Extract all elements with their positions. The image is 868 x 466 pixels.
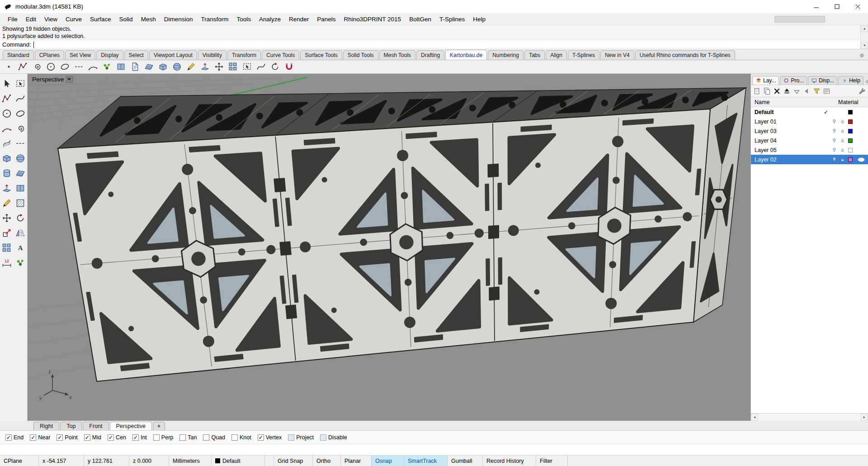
toolbar-tab-transform[interactable]: Transform	[227, 50, 261, 60]
status-z-coordinate[interactable]: z 0.000	[129, 456, 169, 466]
menu-item-mesh[interactable]: Mesh	[137, 13, 160, 25]
filter-icon[interactable]	[812, 87, 821, 95]
layer-color-swatch[interactable]	[846, 148, 854, 152]
menu-item-dimension[interactable]: Dimension	[160, 13, 197, 25]
maximize-button[interactable]	[826, 0, 847, 13]
menu-item-tools[interactable]: Tools	[232, 13, 255, 25]
menu-item-solid[interactable]: Solid	[115, 13, 137, 25]
move-up-icon[interactable]	[783, 87, 791, 95]
sidebar-cylinder-icon[interactable]	[1, 168, 13, 179]
sidebar-mirror-icon[interactable]	[14, 228, 26, 238]
sidebar-dim-icon[interactable]: 12	[1, 257, 13, 268]
toolbar-tab-solid-tools[interactable]: Solid Tools	[343, 50, 378, 60]
sidebar-polyline-icon[interactable]	[1, 93, 13, 104]
layer-lock-icon[interactable]	[838, 147, 846, 153]
toolbar-tab-viewport-layout[interactable]: Viewport Layout	[149, 50, 197, 60]
sidebar-circle-icon[interactable]	[1, 108, 13, 119]
sidebar-scale-icon[interactable]	[1, 228, 13, 238]
menu-item-curve[interactable]: Curve	[61, 13, 86, 25]
osnap-quad-checkbox[interactable]	[203, 434, 209, 441]
toolbar-extrude-icon[interactable]	[200, 62, 210, 72]
osnap-vertex-checkbox[interactable]: ✓	[258, 434, 264, 441]
sidebar-cluster-icon[interactable]	[14, 257, 26, 268]
layer-visibility-bulb-icon[interactable]	[830, 157, 838, 162]
toolbar-tab-cplanes[interactable]: CPlanes	[35, 50, 64, 60]
sidebar-arc-icon[interactable]	[1, 123, 13, 134]
layers-panel-scrollbar[interactable]	[751, 413, 868, 421]
osnap-item-quad[interactable]: Quad	[203, 434, 225, 441]
layer-visibility-bulb-icon[interactable]	[830, 128, 838, 134]
sidebar-surface-icon[interactable]	[14, 168, 26, 179]
menu-item-t-splines[interactable]: T-Splines	[435, 13, 469, 25]
osnap-mid-checkbox[interactable]: ✓	[84, 434, 90, 441]
layer-color-swatch[interactable]	[846, 119, 854, 124]
toolbar-surface-icon[interactable]	[144, 62, 154, 72]
layer-lock-icon[interactable]	[838, 128, 846, 134]
toolbar-array-icon[interactable]	[228, 62, 238, 72]
sidebar-rotate-icon[interactable]	[14, 213, 26, 223]
status-pane-record-history[interactable]: Record History	[483, 456, 536, 466]
status-active-layer[interactable]: Default	[212, 456, 265, 466]
sidebar-extrude-icon[interactable]	[1, 183, 13, 194]
toolbar-tab-curve-tools[interactable]: Curve Tools	[262, 50, 299, 60]
status-pane-planar[interactable]: Planar	[341, 456, 372, 466]
layer-lock-icon[interactable]	[838, 138, 846, 143]
layer-color-swatch[interactable]	[846, 138, 854, 143]
osnap-item-mid[interactable]: ✓Mid	[84, 434, 101, 441]
toolbar-ellipse-icon[interactable]	[60, 62, 70, 72]
status-pane-grid-snap[interactable]: Grid Snap	[274, 456, 313, 466]
sidebar-ellipse-icon[interactable]	[14, 108, 26, 119]
toolbar-box-icon[interactable]	[158, 62, 168, 72]
layer-visibility-bulb-icon[interactable]	[830, 138, 838, 143]
menu-item-transform[interactable]: Transform	[197, 13, 232, 25]
sidebar-array-icon[interactable]	[1, 243, 13, 253]
layer-color-swatch[interactable]	[846, 110, 854, 114]
sidebar-sphere-icon[interactable]	[14, 153, 26, 164]
layer-lock-icon[interactable]	[838, 119, 846, 124]
toolbar-curve-icon[interactable]	[256, 62, 266, 72]
viewport-menu-arrow-icon[interactable]	[66, 76, 73, 83]
sidebar-dash-icon[interactable]	[14, 138, 26, 149]
status-pane-smarttrack[interactable]: SmartTrack	[404, 456, 448, 466]
panel-tab-lay[interactable]: Lay...	[752, 76, 779, 85]
osnap-item-near[interactable]: ✓Near	[30, 434, 50, 441]
scroll-right-icon[interactable]	[860, 414, 868, 421]
menu-item-edit[interactable]: Edit	[22, 13, 40, 25]
viewport-title[interactable]: Perspective	[32, 76, 73, 83]
osnap-project-checkbox[interactable]	[288, 434, 294, 441]
tab-options-gear-icon[interactable]	[859, 52, 865, 60]
osnap-item-cen[interactable]: ✓Cen	[108, 434, 126, 441]
scroll-down-icon[interactable]	[861, 42, 868, 49]
scroll-left-icon[interactable]	[751, 414, 759, 421]
toolbar-tab-kartonbau-de[interactable]: Kartonbau.de	[445, 50, 487, 60]
panel-tab-pro[interactable]: Pro...	[780, 76, 807, 85]
sidebar-box-icon[interactable]	[1, 153, 13, 164]
move-down-icon[interactable]	[793, 87, 801, 95]
column-header-name[interactable]: Name	[751, 99, 838, 105]
scrollbar-track[interactable]	[759, 414, 860, 421]
osnap-item-tan[interactable]: Tan	[179, 434, 197, 441]
osnap-item-project[interactable]: Project	[288, 434, 314, 441]
sidebar-marquee-icon[interactable]	[14, 78, 26, 89]
sidebar-spiral-icon[interactable]	[14, 123, 26, 134]
toolbar-tab-mesh-tools[interactable]: Mesh Tools	[379, 50, 415, 60]
toolbar-circle-icon[interactable]	[46, 62, 56, 72]
osnap-near-checkbox[interactable]: ✓	[30, 434, 36, 441]
viewport-tab-front[interactable]: Front	[83, 422, 108, 430]
osnap-item-disable[interactable]: Disable	[320, 434, 347, 441]
osnap-item-end[interactable]: ✓End	[5, 434, 24, 441]
sidebar-pencil-icon[interactable]	[1, 198, 13, 209]
new-viewport-tab-button[interactable]: +	[153, 422, 165, 430]
status-pane-filter[interactable]: Filter	[536, 456, 568, 466]
toolbar-tab-numbering[interactable]: Numbering	[488, 50, 524, 60]
osnap-item-vertex[interactable]: ✓Vertex	[258, 434, 282, 441]
toolbar-tab-new-in-v4[interactable]: New in V4	[600, 50, 634, 60]
layer-tools-icon[interactable]	[858, 87, 866, 95]
viewport-tab-top[interactable]: Top	[60, 422, 82, 430]
toolbar-tab-tabs[interactable]: Tabs	[524, 50, 545, 60]
osnap-item-perp[interactable]: Perp	[153, 434, 173, 441]
toolbar-tab-display[interactable]: Display	[96, 50, 123, 60]
toolbar-marquee-icon[interactable]	[242, 62, 252, 72]
osnap-knot-checkbox[interactable]	[231, 434, 238, 441]
menu-item-rhino3dprint-2015[interactable]: Rhino3DPRINT 2015	[340, 13, 406, 25]
